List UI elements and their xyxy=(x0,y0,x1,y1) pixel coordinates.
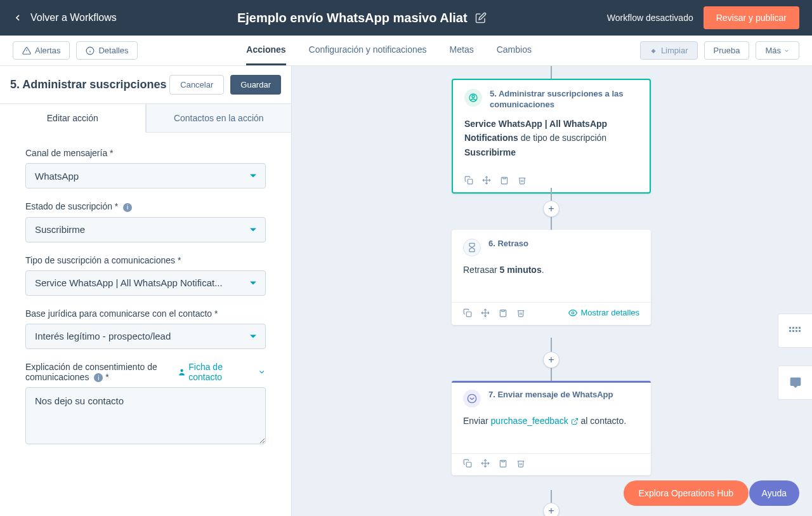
node-5[interactable]: 5. Administrar suscripciones a las comun… xyxy=(452,79,651,194)
clipboard-icon[interactable] xyxy=(499,308,508,317)
chat-icon xyxy=(789,376,802,389)
info-icon[interactable]: i xyxy=(123,203,132,212)
type-label: Tipo de suscripción a comunicaciones * xyxy=(25,255,266,265)
eye-icon xyxy=(568,308,577,317)
tab-config[interactable]: Configuración y notificaciones xyxy=(309,36,427,65)
back-link[interactable]: Volver a Workflows xyxy=(13,12,117,23)
tab-actions[interactable]: Acciones xyxy=(246,36,285,65)
copy-icon[interactable] xyxy=(463,308,472,317)
channel-label: Canal de mensajería * xyxy=(25,148,266,158)
tab-contacts-in-action[interactable]: Contactos en la acción xyxy=(146,104,292,133)
explore-button[interactable]: Explora Operations Hub xyxy=(624,480,749,506)
node-7-title: 7. Enviar mensaje de WhatsApp xyxy=(488,390,613,400)
svg-rect-15 xyxy=(502,310,505,311)
move-icon[interactable] xyxy=(482,176,491,185)
node-6[interactable]: 6. Retraso Retrasar 5 minutos. Mostrar d… xyxy=(452,230,651,325)
help-button[interactable]: Ayuda xyxy=(749,480,799,506)
add-node-button-2[interactable]: + xyxy=(543,352,560,368)
message-icon xyxy=(463,390,481,407)
node-6-title: 6. Retraso xyxy=(488,239,528,249)
clipboard-icon[interactable] xyxy=(500,176,509,185)
tab-changes[interactable]: Cambios xyxy=(497,36,532,65)
trash-icon[interactable] xyxy=(516,459,525,468)
add-node-button-1[interactable]: + xyxy=(543,201,560,217)
node-6-content: Retrasar 5 minutos. xyxy=(463,263,639,277)
svg-rect-19 xyxy=(466,463,471,468)
contact-chip[interactable]: Ficha de contacto xyxy=(178,362,266,382)
svg-point-7 xyxy=(472,95,475,98)
explain-textarea[interactable] xyxy=(25,387,266,444)
svg-rect-25 xyxy=(796,327,797,329)
trash-icon[interactable] xyxy=(518,176,527,185)
cancel-button[interactable]: Cancelar xyxy=(169,75,224,95)
workflow-title: Ejemplo envío WhatsApp masivo Aliat xyxy=(237,11,468,25)
svg-rect-8 xyxy=(468,179,473,184)
svg-rect-27 xyxy=(789,330,791,332)
svg-rect-22 xyxy=(502,461,505,462)
svg-rect-28 xyxy=(792,330,794,332)
chevron-down-icon xyxy=(783,48,790,54)
basis-select[interactable]: Interés legítimo - prospecto/lead xyxy=(25,324,266,349)
tab-goals[interactable]: Metas xyxy=(450,36,474,65)
publish-button[interactable]: Revisar y publicar xyxy=(704,6,799,29)
svg-rect-29 xyxy=(796,330,797,332)
state-select[interactable]: Suscribirme xyxy=(25,217,266,242)
explain-label: Explicación de consentimiento de comunic… xyxy=(25,362,178,383)
broom-icon xyxy=(650,47,657,55)
grid-icon xyxy=(789,327,802,334)
svg-point-16 xyxy=(572,312,574,314)
node-5-title: 5. Administrar suscripciones a las comun… xyxy=(490,89,638,110)
svg-line-18 xyxy=(574,419,578,423)
info-icon xyxy=(86,46,95,55)
alerts-button[interactable]: Alertas xyxy=(13,41,70,60)
copy-icon[interactable] xyxy=(463,459,472,468)
comments-button[interactable] xyxy=(778,366,812,400)
clipboard-icon[interactable] xyxy=(499,459,508,468)
test-button[interactable]: Prueba xyxy=(704,41,750,60)
node-5-content: Service WhatsApp | All WhatsApp Notifica… xyxy=(464,117,638,159)
svg-point-17 xyxy=(468,394,476,402)
svg-rect-12 xyxy=(466,312,471,317)
warning-icon xyxy=(22,46,31,55)
svg-rect-30 xyxy=(799,330,801,332)
delay-icon xyxy=(463,239,481,256)
type-select[interactable]: Service WhatsApp | All WhatsApp Notifica… xyxy=(25,270,266,296)
node-7-content: Enviar purchase_feedback al contacto. xyxy=(463,414,639,428)
external-link-icon xyxy=(571,418,579,425)
move-icon[interactable] xyxy=(481,459,490,468)
chevron-left-icon xyxy=(13,13,23,23)
state-label: Estado de suscripción * i xyxy=(25,201,266,212)
panel-title: 5. Administrar suscripciones xyxy=(10,78,166,91)
workflow-status: Workflow desactivado xyxy=(607,13,693,23)
add-node-button-3[interactable]: + xyxy=(543,503,560,516)
contact-icon xyxy=(178,367,186,376)
svg-rect-23 xyxy=(789,327,791,329)
trash-icon[interactable] xyxy=(516,308,525,317)
svg-point-5 xyxy=(180,369,183,371)
basis-label: Base jurídica para comunicarse con el co… xyxy=(25,308,266,319)
minimap-button[interactable] xyxy=(778,314,812,348)
tab-edit-action[interactable]: Editar acción xyxy=(0,104,146,133)
channel-select[interactable]: WhatsApp xyxy=(25,163,266,189)
subscription-icon xyxy=(464,89,482,107)
node-7[interactable]: 7. Enviar mensaje de WhatsApp Enviar pur… xyxy=(452,381,651,475)
svg-rect-26 xyxy=(799,327,801,329)
details-button[interactable]: Detalles xyxy=(76,41,138,60)
pencil-icon[interactable] xyxy=(475,12,487,23)
more-button[interactable]: Más xyxy=(756,41,799,60)
save-button[interactable]: Guardar xyxy=(230,75,281,95)
info-icon[interactable]: i xyxy=(94,373,103,382)
chevron-down-icon xyxy=(258,367,266,376)
clean-button[interactable]: Limpiar xyxy=(640,41,698,60)
move-icon[interactable] xyxy=(481,308,490,317)
svg-rect-11 xyxy=(503,177,506,178)
copy-icon[interactable] xyxy=(464,176,473,185)
back-label: Volver a Workflows xyxy=(30,12,117,23)
show-details-link[interactable]: Mostrar detalles xyxy=(568,308,639,317)
svg-rect-24 xyxy=(792,327,794,329)
